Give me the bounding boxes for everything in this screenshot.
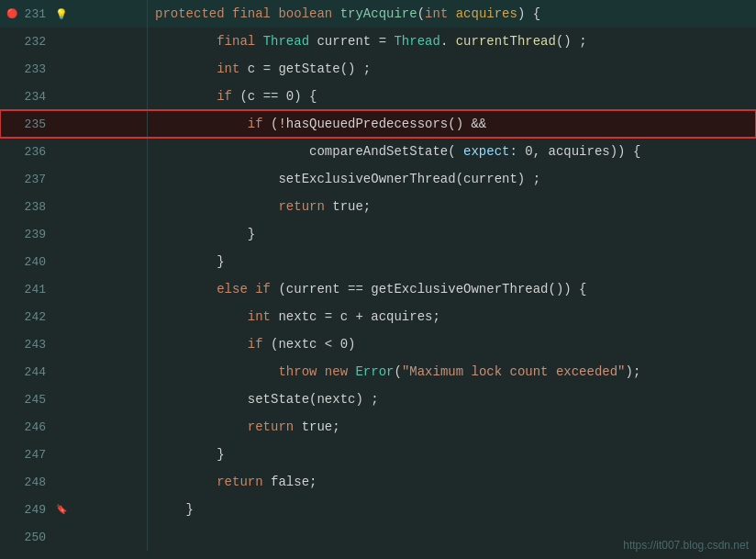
line-number: 243	[20, 338, 53, 352]
code-line: 249🔖 }	[0, 496, 756, 523]
code-token: boolean	[278, 6, 339, 21]
line-code-content: }	[148, 220, 756, 248]
line-code-content: if (nextc < 0)	[148, 330, 756, 358]
code-token: acquires	[456, 6, 517, 21]
code-token: int	[425, 6, 456, 21]
code-line: 235 if (!hasQueuedPredecessors() &&	[0, 110, 756, 138]
code-line: 236 compareAndSetState( expect: 0, acqui…	[0, 138, 756, 165]
line-code-content: int nextc = c + acquires;	[148, 303, 756, 330]
code-line: 237 setExclusiveOwnerThread(current) ;	[0, 165, 756, 193]
code-token: Error	[355, 364, 394, 379]
line-code-content: throw new Error("Maximum lock count exce…	[148, 358, 756, 386]
code-line: 239 }	[0, 220, 756, 248]
code-line: 242 int nextc = c + acquires;	[0, 303, 756, 330]
line-number: 247	[20, 448, 53, 462]
code-token: nextc = c + acquires;	[278, 309, 439, 324]
bulb-icon: 💡	[53, 8, 70, 20]
code-token: (current == getExclusiveOwnerThread()) {	[278, 282, 586, 296]
line-number: 231	[20, 7, 53, 21]
code-line: 246 return true;	[0, 413, 756, 441]
code-token: false;	[271, 475, 317, 489]
code-token: }	[155, 447, 225, 462]
code-token: if	[255, 282, 278, 296]
code-token: Thread	[394, 34, 439, 49]
code-token: final	[155, 34, 263, 49]
code-token: protected	[155, 6, 232, 21]
line-code-content: if (!hasQueuedPredecessors() &&	[148, 110, 756, 138]
line-code-content: }	[148, 441, 756, 468]
line-code-content: if (c == 0) {	[148, 83, 756, 110]
code-token: int	[155, 309, 278, 324]
code-token: if	[155, 337, 271, 352]
code-token: }	[155, 502, 194, 517]
code-token: () ;	[556, 34, 587, 49]
line-number: 248	[20, 475, 53, 489]
code-token: return	[155, 419, 302, 434]
code-token: if	[155, 117, 271, 131]
code-token: else	[155, 282, 255, 296]
code-line: 234 if (c == 0) {	[0, 83, 756, 110]
line-code-content: return true;	[148, 193, 756, 220]
code-line: 241 else if (current == getExclusiveOwne…	[0, 275, 756, 303]
code-token: compareAndSetState(	[155, 144, 456, 159]
code-line: 244 throw new Error("Maximum lock count …	[0, 358, 756, 386]
code-line: 232 final Thread current = Thread. curre…	[0, 28, 756, 55]
line-code-content: final Thread current = Thread. currentTh…	[148, 28, 756, 55]
line-code-content: int c = getState() ;	[148, 55, 756, 83]
code-token: Thread	[263, 34, 309, 49]
line-number: 245	[20, 393, 53, 407]
code-content: 🔴231💡protected final boolean tryAcquire(…	[0, 0, 756, 559]
line-number: 242	[20, 310, 53, 324]
code-token: (	[394, 364, 401, 379]
line-code-content: setState(nextc) ;	[148, 386, 756, 413]
breakpoint-icon: 🔴	[4, 8, 20, 19]
code-line: 240 }	[0, 248, 756, 275]
code-line: 248 return false;	[0, 468, 756, 496]
line-code-content: }	[148, 496, 756, 523]
line-number: 238	[20, 200, 53, 214]
code-token: tryAcquire	[340, 6, 417, 21]
code-token: (	[417, 6, 425, 21]
code-token: throw	[155, 364, 325, 379]
line-code-content: }	[148, 248, 756, 275]
code-token: (!hasQueuedPredecessors() &&	[271, 117, 486, 131]
code-line: 233 int c = getState() ;	[0, 55, 756, 83]
code-token: (nextc < 0)	[271, 337, 355, 352]
line-number: 240	[20, 255, 53, 269]
code-token: }	[155, 254, 225, 269]
code-token: (c == 0) {	[239, 89, 317, 104]
line-number: 232	[20, 35, 53, 49]
code-token: current =	[309, 34, 394, 49]
code-token: expect:	[456, 144, 526, 159]
line-code-content: compareAndSetState( expect: 0, acquires)…	[148, 138, 756, 165]
code-line: 238 return true;	[0, 193, 756, 220]
bookmark-icon: 🔖	[53, 504, 70, 515]
line-number: 250	[20, 531, 53, 544]
code-token: .	[440, 34, 456, 49]
code-token: true;	[302, 419, 340, 434]
code-token: return	[155, 475, 271, 489]
code-line: 243 if (nextc < 0)	[0, 330, 756, 358]
code-token: int	[155, 61, 248, 76]
line-number: 244	[20, 365, 53, 379]
line-code-content: return false;	[148, 468, 756, 496]
watermark: https://it007.blog.csdn.net	[623, 539, 749, 552]
line-number: 233	[20, 62, 53, 76]
code-token: if	[155, 89, 239, 104]
code-token: setExclusiveOwnerThread(current) ;	[155, 172, 540, 186]
line-code-content: setExclusiveOwnerThread(current) ;	[148, 165, 756, 193]
line-code-content: return true;	[148, 413, 756, 441]
code-line: 🔴231💡protected final boolean tryAcquire(…	[0, 0, 756, 28]
code-token: setState(nextc) ;	[155, 392, 379, 407]
code-line: 245 setState(nextc) ;	[0, 386, 756, 413]
code-token: true;	[332, 199, 371, 214]
line-number: 249	[20, 503, 53, 517]
line-number: 239	[20, 228, 53, 241]
code-token: new	[325, 364, 356, 379]
line-number: 235	[20, 117, 53, 131]
code-line: 247 }	[0, 441, 756, 468]
code-token: ) {	[517, 6, 540, 21]
code-token: return	[155, 199, 332, 214]
line-number: 241	[20, 283, 53, 296]
line-number: 236	[20, 145, 53, 159]
